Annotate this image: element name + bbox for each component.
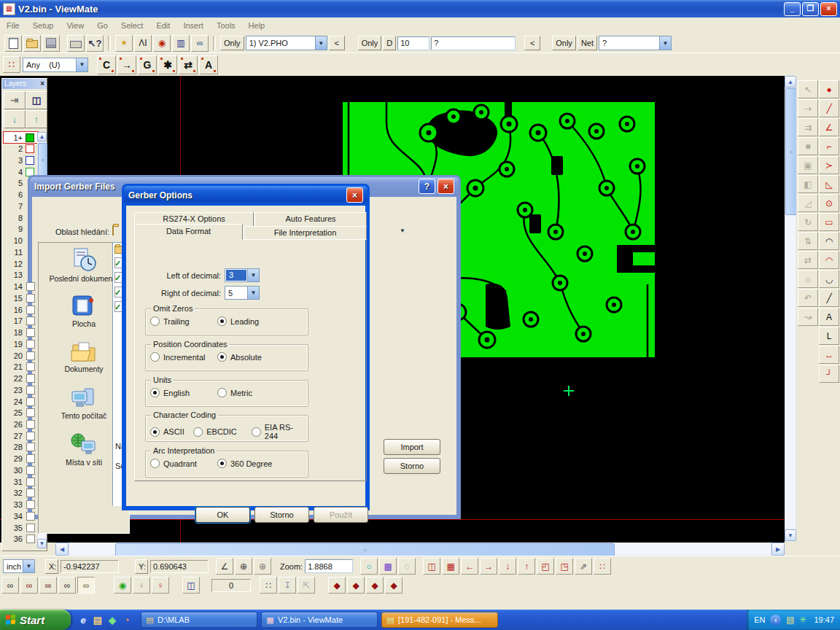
goto-button[interactable]: →	[117, 55, 136, 74]
look-in-dropdown-icon[interactable]: ▼	[400, 228, 405, 234]
mirror-v-button[interactable]: ◿	[798, 194, 818, 212]
scroll-up-icon[interactable]: ▲	[785, 76, 796, 88]
draw-bend-button[interactable]: ┘	[819, 365, 839, 383]
layer-swatch[interactable]	[26, 294, 35, 303]
layer-back-button[interactable]: <	[329, 36, 345, 50]
layer-swatch[interactable]	[26, 328, 35, 337]
menu-help[interactable]: Help	[242, 19, 272, 32]
layer-up-button[interactable]: ↑	[26, 110, 47, 128]
new-file-button[interactable]	[4, 35, 22, 52]
radio-dot[interactable]	[217, 352, 227, 362]
layer-swatch[interactable]	[26, 454, 35, 463]
layer-swatch[interactable]	[26, 133, 34, 142]
scale-button[interactable]: ⇅	[798, 232, 818, 250]
chevron-down-icon[interactable]: ▼	[315, 36, 327, 50]
radio-eia-rs-244[interactable]: EIA RS-244	[252, 423, 308, 440]
layer-swatch[interactable]	[26, 512, 35, 521]
ok-button[interactable]: OK	[195, 507, 250, 523]
layer-row-3[interactable]: 3	[4, 155, 38, 166]
dialog-close-button[interactable]: ×	[438, 179, 454, 194]
horizontal-scroll-thumb[interactable]: ≡	[115, 543, 615, 556]
layer-swatch[interactable]	[26, 144, 34, 153]
draw-circle-button[interactable]: ⊙	[819, 194, 839, 212]
radio-english[interactable]: English	[150, 388, 217, 397]
radio-dot[interactable]	[252, 427, 261, 437]
radio-dot[interactable]	[217, 459, 227, 468]
layer-swatch[interactable]	[26, 316, 35, 325]
grid-frame-button[interactable]: ◫	[423, 558, 440, 575]
units-combo[interactable]: inch ▼	[3, 559, 35, 573]
origin-button[interactable]: ⊕	[235, 558, 252, 575]
draw-sketch-button[interactable]: ╱	[819, 289, 839, 307]
draw-ellipse-button[interactable]: ◡	[819, 270, 839, 288]
dcode-list-button[interactable]: ΛΙ	[134, 35, 152, 52]
fill-rect2-button[interactable]: ▣	[798, 156, 818, 174]
menu-insert[interactable]: Insert	[176, 19, 210, 32]
import-button[interactable]: Import	[384, 439, 440, 455]
grid-corner-button[interactable]: ◰	[537, 558, 554, 575]
stretch-select-button[interactable]: ⇗	[575, 558, 592, 575]
anchor-button[interactable]: ↧	[279, 577, 296, 594]
layer-swatch[interactable]	[26, 500, 35, 509]
layer-swatch[interactable]	[26, 443, 35, 451]
save-button[interactable]	[42, 35, 60, 52]
cancel-button[interactable]: Storno	[254, 507, 309, 523]
settings-tool-button[interactable]: ☼	[798, 270, 818, 288]
layer-swatch[interactable]	[26, 489, 35, 497]
transform-button[interactable]: ⇄	[798, 251, 818, 269]
select-net-button[interactable]: ◆	[385, 577, 402, 594]
firefox-quicklaunch-icon[interactable]: ◔	[120, 613, 133, 626]
grid-left-button[interactable]: ←	[461, 558, 478, 575]
layer-swatch[interactable]	[26, 397, 35, 406]
radio-dot[interactable]	[150, 427, 160, 437]
radio-ebcdic[interactable]: EBCDIC	[193, 427, 252, 437]
layer-film-button[interactable]: ◫	[26, 91, 47, 109]
print-button[interactable]	[67, 35, 85, 52]
draw-triangle-button[interactable]: ◺	[819, 175, 839, 193]
taskbar-task-2[interactable]: ▦V2.bin - ViewMate	[261, 612, 378, 628]
dimension-button[interactable]: ↔	[819, 346, 839, 364]
radio-dot[interactable]	[150, 316, 160, 326]
radio-dot[interactable]	[217, 388, 227, 397]
view-outline-button[interactable]: ∞	[58, 577, 76, 594]
zoom-value-field[interactable]: 1.8868	[305, 559, 353, 573]
scroll-down-icon[interactable]: ▼	[37, 539, 47, 548]
layer-row-1+[interactable]: 1+	[4, 132, 38, 143]
net-select-combo[interactable]: ? ▼	[599, 36, 672, 50]
menu-tools[interactable]: Tools	[210, 19, 242, 32]
layer-swatch[interactable]	[26, 340, 35, 349]
scroll-up-icon[interactable]: ▲	[37, 132, 47, 141]
flash-button[interactable]: ✱	[158, 55, 177, 74]
tab-file-interpretation[interactable]: File Interpretation	[244, 226, 367, 239]
layer-swatch[interactable]	[26, 282, 35, 291]
scroll-left-icon[interactable]: ◀	[55, 542, 69, 556]
menu-go[interactable]: Go	[90, 19, 114, 32]
zoom-in-button[interactable]: ○	[360, 558, 378, 575]
layers-scroll-thumb[interactable]: ≡	[38, 143, 47, 176]
view-pads-button[interactable]: ∞	[1, 577, 19, 594]
radio-dot[interactable]	[150, 352, 160, 362]
dots-grid-button[interactable]: ∷	[260, 577, 277, 594]
layers-palette-titlebar[interactable]: Layers ×	[2, 79, 47, 89]
angle-readout-button[interactable]: ∠	[216, 558, 233, 575]
dots-select-button[interactable]: ∷	[594, 558, 611, 575]
radio-ascii[interactable]: ASCII	[150, 427, 193, 437]
chevron-down-icon[interactable]: ▼	[76, 58, 88, 71]
measure-view-button[interactable]: ∞	[191, 35, 209, 52]
scroll-right-icon[interactable]: ▶	[771, 542, 785, 556]
zoom-grid-button[interactable]: ▩	[379, 558, 397, 575]
draw-arc-button[interactable]: ◠	[819, 232, 839, 250]
select-tool-button[interactable]: ↖	[798, 80, 818, 98]
view-polygons-button[interactable]: ∞	[39, 577, 57, 594]
chevron-down-icon[interactable]: ▼	[247, 287, 259, 299]
menu-view[interactable]: View	[60, 19, 90, 32]
draw-label-button[interactable]: L	[819, 327, 839, 345]
traffic-light-button[interactable]: ◉	[114, 577, 131, 594]
menu-setup[interactable]: Setup	[26, 19, 61, 32]
radio-360-degree[interactable]: 360 Degree	[217, 459, 284, 468]
import-cancel-button[interactable]: Storno	[384, 458, 440, 474]
mirror-button[interactable]: ◧	[798, 175, 818, 193]
radio-trailing[interactable]: Trailing	[150, 316, 217, 326]
layer-swatch[interactable]	[26, 478, 35, 486]
apply-button[interactable]: Použít	[314, 507, 368, 523]
